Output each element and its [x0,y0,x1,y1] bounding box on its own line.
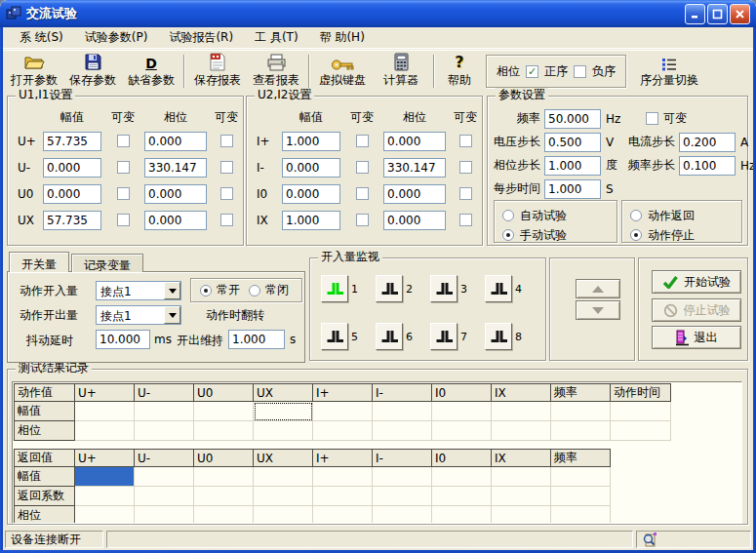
freq-step-input[interactable] [679,156,736,176]
action-output-combo[interactable]: 接点1 [96,305,181,325]
result-cell[interactable] [194,467,254,487]
result-cell[interactable] [254,467,313,487]
result-cell[interactable] [313,487,373,506]
result-cell[interactable] [135,402,194,421]
i-plus-amp-input[interactable] [282,132,340,151]
i-minus-amp-var-checkbox[interactable] [356,161,369,174]
close-button[interactable] [730,4,750,24]
u-plus-phase-var-checkbox[interactable] [220,135,233,147]
result-cell[interactable] [551,506,611,525]
result-cell[interactable] [75,402,135,421]
jitter-delay-input[interactable] [96,330,150,349]
auto-test-radio[interactable] [502,210,514,221]
result-cell[interactable] [432,506,492,525]
i-plus-amp-var-checkbox[interactable] [356,135,369,147]
result-cell[interactable] [313,421,373,441]
save-report-button[interactable]: 保存报表 [188,52,247,91]
result-cell[interactable] [254,506,313,525]
i-zero-amp-input[interactable] [282,184,340,204]
contact-indicator-1[interactable] [321,275,348,302]
result-cell[interactable] [194,487,254,506]
volt-step-input[interactable] [544,133,601,152]
action-return-radio[interactable] [630,210,642,221]
result-cell[interactable] [254,487,313,506]
normally-closed-radio[interactable] [249,285,260,296]
freq-var-checkbox[interactable] [646,112,658,125]
up-arrow-button[interactable] [576,279,620,298]
contact-indicator-4[interactable] [485,275,512,302]
u-plus-amp-input[interactable] [43,132,101,151]
i-zero-amp-var-checkbox[interactable] [356,187,369,200]
virtual-keyboard-button[interactable]: 虚拟键盘 [313,52,372,91]
freq-input[interactable] [544,109,601,129]
phase-step-input[interactable] [544,156,601,176]
i-minus-amp-input[interactable] [282,158,340,178]
result-cell[interactable] [492,402,551,421]
u-zero-amp-input[interactable] [43,184,101,204]
i-zero-phase-input[interactable] [383,184,446,204]
i-zero-phase-var-checkbox[interactable] [459,187,472,200]
result-cell[interactable] [373,402,432,421]
tab-switch-quantity[interactable]: 开关量 [9,252,69,272]
result-cell[interactable] [254,421,313,441]
contact-indicator-7[interactable] [430,323,458,350]
result-cell[interactable] [75,487,135,506]
u-plus-phase-input[interactable] [144,132,207,151]
result-cell[interactable] [135,467,194,487]
result-cell[interactable] [492,467,551,487]
action-input-combo[interactable]: 接点1 [96,281,181,300]
help-button[interactable]: ? 帮助 [438,52,481,91]
curr-step-input[interactable] [679,133,736,152]
tab-record-variable[interactable]: 记录变量 [71,254,143,272]
u-x-amp-input[interactable] [43,211,101,230]
u-minus-amp-var-checkbox[interactable] [117,161,130,174]
result-cell[interactable] [492,506,551,525]
result-cell[interactable] [492,421,551,441]
negative-seq-checkbox[interactable] [574,65,586,78]
output-hold-input[interactable] [228,330,285,349]
result-cell-focused[interactable] [254,402,313,421]
contact-indicator-8[interactable] [485,323,512,350]
u-zero-phase-input[interactable] [144,184,207,204]
contact-indicator-5[interactable] [321,323,348,350]
manual-test-radio[interactable] [502,229,514,241]
i-plus-phase-input[interactable] [383,132,446,151]
result-cell[interactable] [373,421,432,441]
i-x-amp-input[interactable] [282,211,340,230]
result-cell[interactable] [194,402,254,421]
stop-test-button[interactable]: 停止试验 [652,298,741,322]
result-cell[interactable] [551,402,611,421]
result-cell[interactable] [551,467,611,487]
result-cell[interactable] [194,506,254,525]
result-cell[interactable] [432,467,492,487]
result-cell[interactable] [373,506,432,525]
u-minus-amp-input[interactable] [43,158,101,178]
result-cell[interactable] [611,402,671,421]
default-params-button[interactable]: D 缺省参数 [122,52,180,91]
i-minus-phase-input[interactable] [383,158,446,178]
u-plus-amp-var-checkbox[interactable] [117,135,130,147]
result-cell[interactable] [313,402,373,421]
result-cell[interactable] [551,487,611,506]
result-cell[interactable] [313,506,373,525]
u-x-phase-var-checkbox[interactable] [220,214,233,226]
i-x-phase-input[interactable] [383,211,446,230]
i-plus-phase-var-checkbox[interactable] [459,135,472,147]
u-zero-amp-var-checkbox[interactable] [117,187,130,200]
normally-open-radio[interactable] [200,285,212,296]
u-zero-phase-var-checkbox[interactable] [220,187,233,200]
result-cell[interactable] [432,421,492,441]
chevron-down-icon[interactable] [164,306,180,324]
contact-indicator-2[interactable] [376,275,403,302]
open-params-button[interactable]: 打开参数 [5,52,63,91]
u-x-amp-var-checkbox[interactable] [117,214,130,226]
seq-component-switch-button[interactable]: 序分量切换 [631,52,707,91]
menu-help[interactable]: 帮 助(H) [311,27,374,48]
result-cell[interactable] [75,421,135,441]
menu-system[interactable]: 系 统(S) [11,27,72,48]
start-test-button[interactable]: 开始试验 [652,270,741,294]
result-cell[interactable] [611,421,671,441]
u-x-phase-input[interactable] [144,211,207,230]
view-report-button[interactable]: 查看报表 [247,52,305,91]
result-cell[interactable] [135,487,194,506]
